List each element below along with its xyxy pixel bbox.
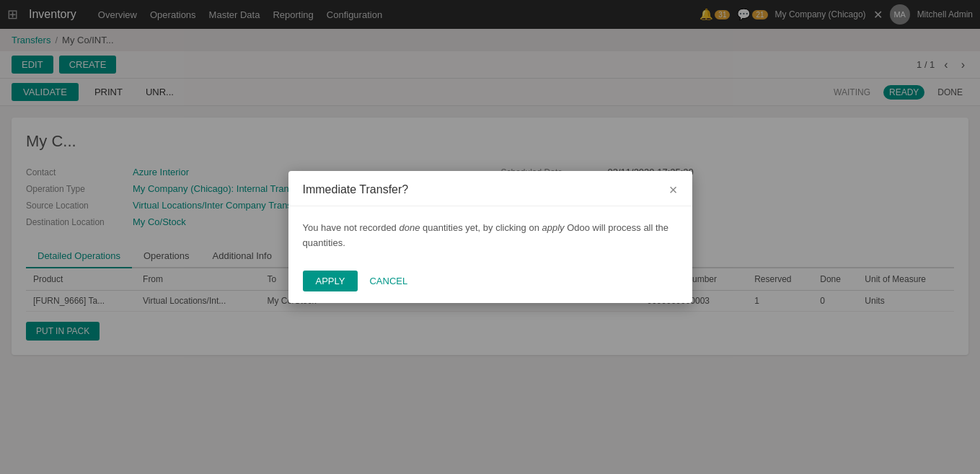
modal-header: Immediate Transfer? × [288,171,692,206]
immediate-transfer-modal: Immediate Transfer? × You have not recor… [288,171,692,304]
modal-close-icon[interactable]: × [669,183,678,197]
modal-body-middle: quantities yet, by clicking on [420,222,542,233]
modal-italic-done: done [399,222,420,233]
modal-italic-apply: apply [542,222,564,233]
modal-overlay: Immediate Transfer? × You have not recor… [0,0,980,468]
modal-body-before: You have not recorded [303,222,399,233]
modal-title: Immediate Transfer? [303,183,409,196]
modal-footer: APPLY CANCEL [288,262,692,303]
modal-body: You have not recorded done quantities ye… [288,206,692,263]
cancel-button[interactable]: CANCEL [366,271,410,291]
apply-button[interactable]: APPLY [303,271,358,291]
